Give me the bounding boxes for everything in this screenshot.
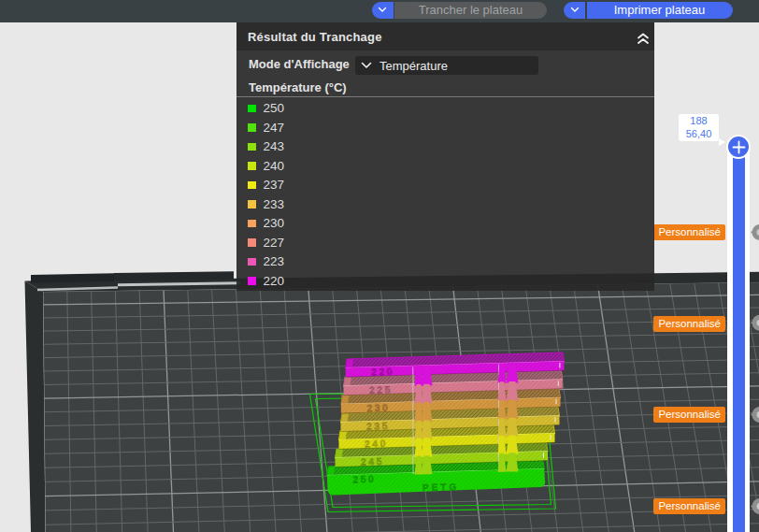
svg-text:240: 240 [365,438,388,450]
svg-text:250: 250 [352,473,376,485]
svg-text:PETG: PETG [422,482,460,493]
svg-text:245: 245 [361,455,384,467]
svg-text:220: 220 [371,366,394,378]
svg-text:230: 230 [366,402,390,414]
svg-text:235: 235 [366,420,390,432]
svg-text:225: 225 [369,383,393,395]
